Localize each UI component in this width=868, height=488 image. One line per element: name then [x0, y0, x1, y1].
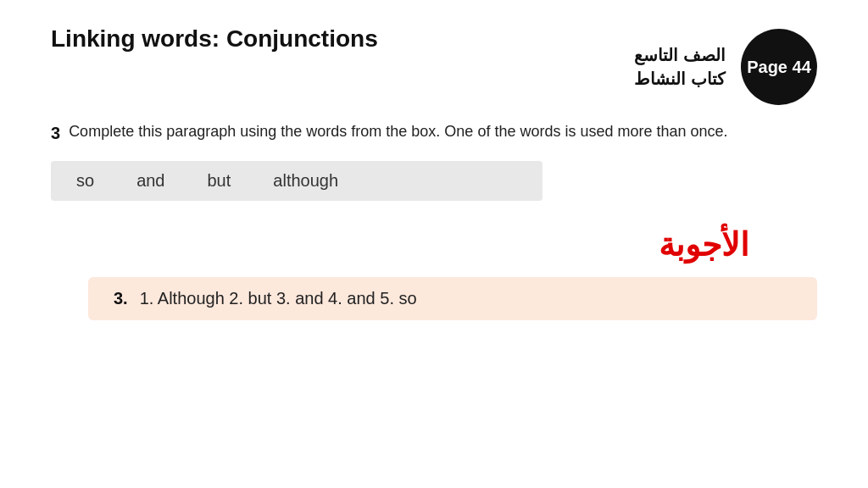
- answers-title: الأجوبة: [659, 226, 749, 263]
- answer-row-number: 3.: [114, 289, 128, 308]
- top-right: الصف التاسع كتاب النشاط Page 44: [634, 29, 817, 105]
- word-although: although: [273, 171, 338, 191]
- word-but: but: [208, 171, 231, 191]
- answers-section: الأجوبة 3. 1. Although 2. but 3. and 4. …: [51, 226, 817, 320]
- answer-row-text: 1. Although 2. but 3. and 4. and 5. so: [140, 289, 417, 308]
- answer-row: 3. 1. Although 2. but 3. and 4. and 5. s…: [88, 277, 817, 320]
- header-area: Linking words: Conjunctions الصف التاسع …: [51, 25, 817, 105]
- main-title: Linking words: Conjunctions: [51, 25, 378, 53]
- instruction-text: 3 Complete this paragraph using the word…: [51, 120, 817, 146]
- arabic-labels: الصف التاسع كتاب النشاط: [634, 45, 726, 89]
- word-and: and: [136, 171, 164, 191]
- arabic-book: كتاب النشاط: [634, 69, 726, 89]
- instruction-body: Complete this paragraph using the words …: [69, 120, 727, 146]
- word-so: so: [76, 171, 94, 191]
- arabic-grade: الصف التاسع: [634, 45, 726, 65]
- word-box: so and but although: [51, 161, 542, 201]
- instruction-number: 3: [51, 120, 60, 146]
- instruction-section: 3 Complete this paragraph using the word…: [51, 120, 817, 146]
- page-badge: Page 44: [741, 29, 817, 105]
- page-container: Linking words: Conjunctions الصف التاسع …: [0, 0, 868, 488]
